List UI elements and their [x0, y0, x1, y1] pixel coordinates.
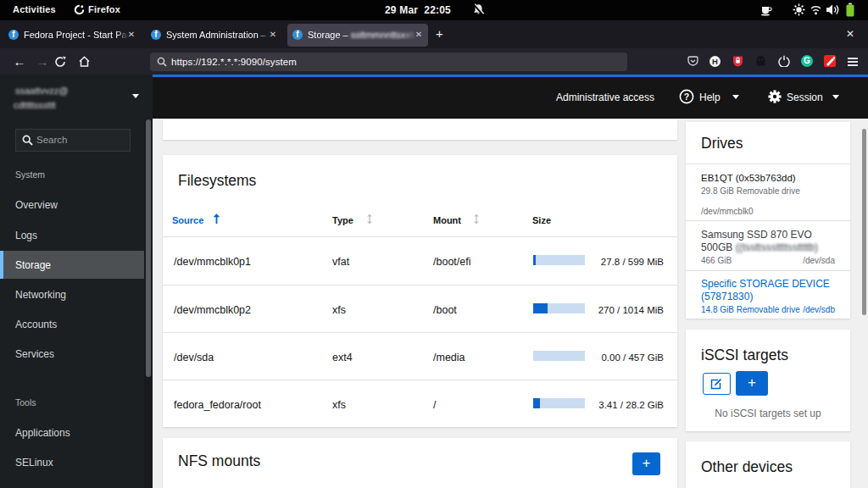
svg-text:?: ?	[684, 92, 689, 102]
